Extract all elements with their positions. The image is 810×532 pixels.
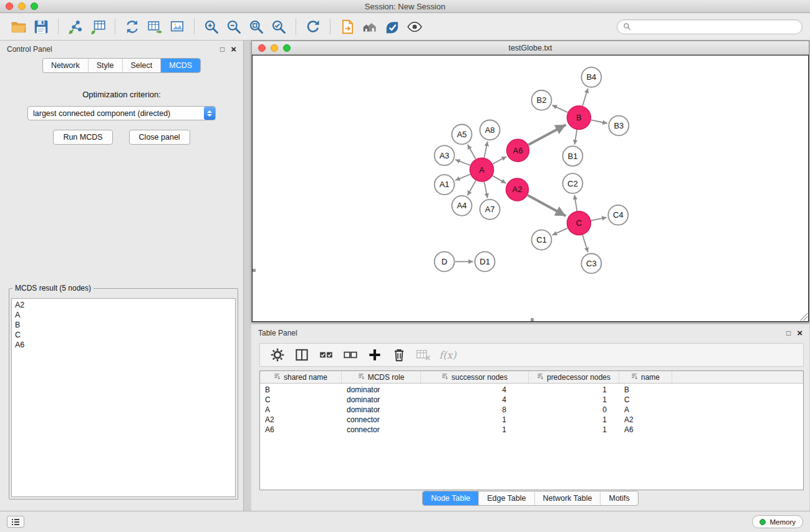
close-panel-icon[interactable]: × [231, 44, 236, 54]
node-C3[interactable]: C3 [581, 254, 601, 274]
edge-A-A7[interactable] [485, 182, 488, 198]
edge-C-C3[interactable] [582, 235, 588, 253]
edge-C-C2[interactable] [574, 195, 577, 211]
node-C1[interactable]: C1 [531, 230, 551, 250]
select-all-icon[interactable] [315, 346, 337, 364]
table-tab-node-table[interactable]: Node Table [423, 491, 479, 505]
delete-icon[interactable] [388, 346, 410, 364]
table-tab-motifs[interactable]: Motifs [600, 491, 637, 505]
export-table-icon[interactable] [143, 17, 166, 37]
edge-B-B3[interactable] [591, 120, 607, 123]
node-A4[interactable]: A4 [452, 196, 472, 216]
edge-A-A4[interactable] [468, 181, 476, 196]
add-icon[interactable] [364, 346, 386, 364]
node-A2[interactable]: A2 [506, 178, 529, 201]
edge-B-B1[interactable] [574, 130, 577, 145]
close-panel-button[interactable]: Close panel [129, 130, 190, 145]
table-row[interactable]: A6connector11A6 [260, 425, 803, 435]
network-zoom-button[interactable] [283, 44, 291, 52]
node-A5[interactable]: A5 [452, 124, 472, 144]
network-close-button[interactable] [258, 44, 266, 52]
mcds-result-item[interactable]: A2 [15, 300, 232, 310]
edge-A-A3[interactable] [455, 160, 470, 165]
node-A3[interactable]: A3 [435, 145, 455, 165]
column-header-predecessor-nodes[interactable]: predecessor nodes [529, 371, 619, 383]
zoom-window-button[interactable] [31, 2, 38, 10]
node-B3[interactable]: B3 [609, 116, 629, 136]
table-row[interactable]: Adominator80A [260, 405, 803, 415]
zoom-fit-icon[interactable] [245, 17, 268, 37]
edge-C-C1[interactable] [552, 228, 568, 235]
eye-icon[interactable] [403, 17, 426, 37]
node-D1[interactable]: D1 [475, 252, 495, 272]
tab-network[interactable]: Network [43, 59, 89, 72]
zoom-selected-icon[interactable] [268, 17, 290, 37]
edge-A2-C[interactable] [528, 195, 566, 216]
close-table-panel-icon[interactable]: × [797, 328, 803, 337]
check-badge-icon[interactable] [381, 17, 403, 37]
edge-A-A5[interactable] [468, 145, 476, 159]
table-row[interactable]: A2connector11A2 [260, 415, 803, 425]
search-input[interactable] [635, 22, 796, 31]
edge-B-B2[interactable] [552, 105, 567, 113]
column-header-successor-nodes[interactable]: successor nodes [421, 371, 529, 383]
export-image-icon[interactable] [166, 17, 188, 37]
table-tab-edge-table[interactable]: Edge Table [479, 491, 534, 505]
float-panel-icon[interactable]: □ [220, 46, 224, 53]
node-D[interactable]: D [435, 252, 455, 272]
run-mcds-button[interactable]: Run MCDS [53, 130, 112, 145]
columns-icon[interactable] [291, 346, 313, 364]
mcds-result-item[interactable]: B [15, 320, 232, 330]
open-session-icon[interactable] [7, 17, 30, 37]
import-table-from-file-icon[interactable] [87, 17, 109, 37]
node-B4[interactable]: B4 [581, 67, 601, 87]
zoom-out-icon[interactable] [223, 17, 245, 37]
column-header-mcds-role[interactable]: MCDS role [342, 371, 421, 383]
close-window-button[interactable] [6, 2, 13, 10]
tab-select[interactable]: Select [123, 59, 162, 72]
column-header-name[interactable]: name [619, 371, 672, 383]
save-session-icon[interactable] [30, 17, 52, 37]
node-C[interactable]: C [567, 211, 591, 235]
search-box[interactable] [617, 19, 803, 34]
node-B[interactable]: B [567, 106, 591, 130]
node-B2[interactable]: B2 [531, 90, 551, 110]
node-C2[interactable]: C2 [562, 173, 582, 193]
network-canvas[interactable]: B4B2BB3A5A8A6B1A3AC2A1A2A4A7C4CC1C3DD1 [252, 55, 809, 322]
table-row[interactable]: Bdominator41B [260, 385, 803, 395]
houses-icon[interactable] [359, 17, 381, 37]
node-A[interactable]: A [470, 158, 494, 181]
edge-A6-B[interactable] [528, 125, 566, 145]
clone-network-icon[interactable] [121, 17, 143, 37]
optimization-criterion-dropdown[interactable]: largest connected component (directed) [27, 106, 216, 120]
table-row[interactable]: Cdominator41C [260, 395, 803, 405]
edge-A-A6[interactable] [493, 157, 506, 164]
mcds-result-item[interactable]: A6 [15, 340, 232, 350]
minimize-window-button[interactable] [18, 2, 26, 10]
import-network-from-file-icon[interactable] [64, 17, 87, 37]
node-A7[interactable]: A7 [480, 200, 500, 220]
node-A6[interactable]: A6 [507, 139, 529, 162]
document-export-icon[interactable] [336, 17, 359, 37]
tab-mcds[interactable]: MCDS [161, 59, 200, 72]
column-header-shared-name[interactable]: shared name [260, 371, 342, 383]
edge-C-C4[interactable] [591, 218, 607, 221]
mcds-result-item[interactable]: A [15, 310, 232, 320]
zoom-in-icon[interactable] [200, 17, 223, 37]
mcds-result-item[interactable]: C [15, 330, 232, 340]
resize-grip[interactable] [800, 313, 808, 321]
node-B1[interactable]: B1 [562, 146, 582, 166]
memory-button[interactable]: Memory [752, 515, 803, 528]
gear-icon[interactable] [266, 346, 289, 364]
task-history-button[interactable] [7, 516, 24, 528]
edge-A-A2[interactable] [493, 176, 506, 183]
table-tab-network-table[interactable]: Network Table [535, 491, 601, 505]
float-table-panel-icon[interactable]: □ [786, 329, 791, 337]
tab-style[interactable]: Style [89, 59, 123, 72]
edge-B-B4[interactable] [582, 89, 588, 106]
unselect-all-icon[interactable] [339, 346, 362, 364]
node-C4[interactable]: C4 [608, 205, 628, 225]
edge-A-A1[interactable] [455, 175, 470, 181]
node-A8[interactable]: A8 [480, 120, 500, 140]
node-A1[interactable]: A1 [435, 175, 455, 195]
